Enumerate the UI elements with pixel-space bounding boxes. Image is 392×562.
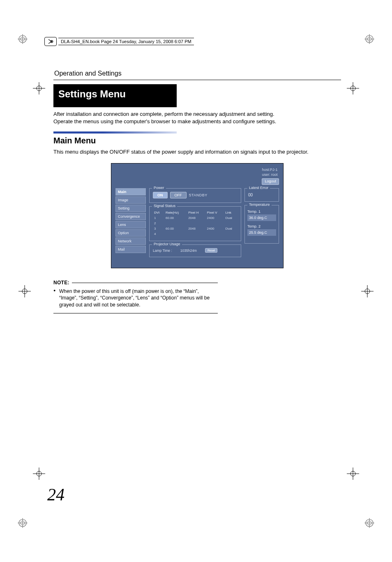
meta-user: user: root <box>262 173 279 177</box>
nav-setting[interactable]: Setting <box>115 205 146 212</box>
lamp-time-value: 1035h24m <box>180 249 197 253</box>
signal-status-fieldset: Signal Status DVI Rate(Hz) Pixel H Pixel… <box>149 206 241 241</box>
page-number: 24 <box>47 485 65 504</box>
temp2-value: 25.5 deg.C <box>247 229 276 236</box>
note-bottom-line <box>53 313 218 313</box>
session-meta: host:PJ-1 user: root Logout <box>262 168 279 185</box>
nav-network[interactable]: Network <box>115 237 146 245</box>
col-link: Link <box>224 210 238 215</box>
meta-host: host:PJ-1 <box>262 168 279 173</box>
power-fieldset: Power ON OFF STANDBY <box>149 188 241 203</box>
reg-mark-bottom-left <box>12 513 33 533</box>
intro-text: After installation and connection are co… <box>53 111 341 125</box>
logout-button[interactable]: Logout <box>262 178 279 185</box>
book-arrow-icon <box>44 37 57 46</box>
signal-legend: Signal Status <box>152 204 177 208</box>
col-dvi: DVI <box>153 210 164 215</box>
lamp-time-label: Lamp Time : <box>153 249 172 253</box>
intro-line2: Operate the menus using the computer's b… <box>53 118 276 124</box>
nav-mail[interactable]: Mail <box>115 246 146 253</box>
temp1-label: Temp. 1 <box>247 210 276 214</box>
reg-mark-top-left <box>12 29 33 49</box>
book-header-text: DLA-SH4_EN.book Page 24 Tuesday, January… <box>58 38 194 45</box>
book-header: DLA-SH4_EN.book Page 24 Tuesday, January… <box>44 37 344 46</box>
temp2-label: Temp. 2 <box>247 224 276 228</box>
nav-image[interactable]: Image <box>115 196 146 204</box>
table-row: 2 <box>153 221 238 226</box>
note-label: NOTE: <box>53 280 69 286</box>
note-head-line <box>72 283 218 283</box>
table-row: 1 60.00 2048 2400 Dual <box>153 215 238 221</box>
temperature-fieldset: Temperature Temp. 1 36.0 deg.C Temp. 2 2… <box>244 205 279 244</box>
crosshair-icon <box>29 78 49 99</box>
error-code: 00 <box>247 193 276 197</box>
crosshair-icon <box>14 281 35 302</box>
settings-menu-title: Settings Menu <box>53 84 177 107</box>
note-text: When the power of this unit is off (main… <box>53 288 218 308</box>
temp1-value: 36.0 deg.C <box>247 214 276 221</box>
main-menu-heading: Main Menu <box>53 136 341 145</box>
power-on-button[interactable]: ON <box>153 192 168 198</box>
usage-legend: Projector Usage <box>152 242 182 246</box>
crosshair-icon <box>29 463 49 484</box>
reg-mark-bottom-right <box>359 513 380 533</box>
error-legend: Latest Error <box>247 186 270 190</box>
projector-usage-fieldset: Projector Usage Lamp Time : 1035h24m Res… <box>149 244 241 257</box>
nav-convergence[interactable]: Convergence <box>115 213 146 220</box>
gradient-bar <box>53 131 177 134</box>
temp-legend: Temperature <box>247 203 272 207</box>
note-block: NOTE: When the power of this unit is off… <box>53 280 218 313</box>
power-standby-label: STANDBY <box>189 193 208 197</box>
col-pv: Pixel V <box>206 210 224 215</box>
table-row: 4 <box>153 231 238 237</box>
side-nav: Main Image Setting Convergence Lens Opti… <box>115 188 146 260</box>
signal-table: DVI Rate(Hz) Pixel H Pixel V Link 1 60.0… <box>153 210 238 237</box>
col-rate: Rate(Hz) <box>164 210 187 215</box>
crosshair-icon <box>343 78 363 99</box>
nav-main[interactable]: Main <box>115 188 146 196</box>
section-underline <box>53 80 341 80</box>
reset-button[interactable]: Reset <box>205 248 217 253</box>
col-ph: Pixel H <box>187 210 205 215</box>
power-off-button[interactable]: OFF <box>170 192 187 198</box>
table-row: 3 60.00 2048 2400 Dual <box>153 226 238 231</box>
power-legend: Power <box>152 186 166 190</box>
nav-lens[interactable]: Lens <box>115 221 146 228</box>
latest-error-fieldset: Latest Error 00 <box>244 188 279 202</box>
intro-line1: After installation and connection are co… <box>53 111 274 117</box>
main-menu-desc: This menu displays the ON/OFF status of … <box>53 149 341 155</box>
section-title: Operation and Settings <box>53 70 341 77</box>
reg-mark-top-right <box>359 29 380 49</box>
crosshair-icon <box>343 463 363 484</box>
crosshair-icon <box>357 281 378 302</box>
nav-option[interactable]: Option <box>115 229 146 237</box>
screenshot-panel: host:PJ-1 user: root Logout Main Image S… <box>111 163 284 268</box>
